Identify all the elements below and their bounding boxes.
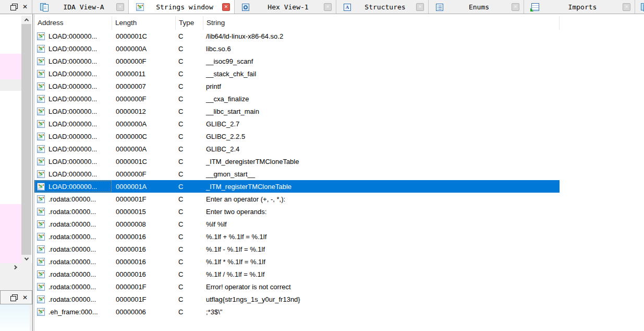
ida-view-a-icon bbox=[40, 3, 48, 11]
type-cell: C bbox=[176, 70, 203, 78]
table-header: Address Length Type String bbox=[34, 16, 644, 30]
table-row[interactable]: .rodata:00000... 00000016 C %.1lf - %.1l… bbox=[34, 243, 560, 255]
string-cell: %.1lf - %.1lf = %.1lf bbox=[203, 245, 560, 253]
table-row[interactable]: LOAD:000000... 0000001C C _ITM_deregiste… bbox=[34, 155, 560, 168]
length-cell: 0000001C bbox=[112, 32, 176, 40]
length-cell: 0000001A bbox=[112, 183, 176, 191]
address-cell: .rodata:00000... bbox=[34, 205, 112, 218]
tab-close-icon[interactable]: ✕ bbox=[623, 3, 630, 11]
table-row[interactable]: LOAD:000000... 0000001A C _ITM_registerT… bbox=[34, 180, 560, 193]
address-cell: LOAD:000000... bbox=[34, 80, 112, 92]
table-row[interactable]: LOAD:000000... 0000000A C GLIBC_2.4 bbox=[34, 143, 560, 155]
address-text: .rodata:00000... bbox=[48, 270, 96, 278]
column-header-type[interactable]: Type bbox=[176, 16, 203, 30]
address-text: .rodata:00000... bbox=[48, 245, 96, 253]
table-row[interactable]: .rodata:00000... 00000008 C %lf %lf bbox=[34, 218, 560, 230]
table-row[interactable]: .eh_frame:000... 00000006 C ;*3$\" bbox=[34, 305, 560, 318]
table-row[interactable]: .rodata:00000... 00000016 C %.1lf / %.1l… bbox=[34, 268, 560, 280]
scroll-up-button[interactable] bbox=[21, 16, 31, 24]
address-cell: .rodata:00000... bbox=[34, 218, 112, 230]
length-cell: 0000000C bbox=[112, 133, 176, 140]
tab-close-icon[interactable]: ✕ bbox=[116, 3, 124, 11]
structures-icon bbox=[344, 4, 351, 11]
address-cell: LOAD:000000... bbox=[34, 168, 112, 180]
table-row[interactable]: LOAD:000000... 00000011 C __stack_chk_fa… bbox=[34, 67, 560, 80]
string-cell: printf bbox=[203, 82, 560, 90]
string-cell: %.1lf / %.1lf = %.1lf bbox=[203, 270, 560, 278]
address-text: LOAD:000000... bbox=[48, 170, 97, 178]
segment-block-pink bbox=[0, 204, 21, 263]
string-cell: %lf %lf bbox=[203, 220, 560, 228]
tab-close-icon[interactable]: ✕ bbox=[416, 3, 424, 11]
tab-close-icon[interactable]: ✕ bbox=[324, 3, 332, 11]
string-item-icon bbox=[37, 208, 45, 216]
table-row[interactable]: .rodata:00000... 00000016 C %.1lf + %.1l… bbox=[34, 230, 560, 243]
table-row[interactable]: LOAD:000000... 00000007 C printf bbox=[34, 80, 560, 92]
type-cell: C bbox=[176, 195, 203, 203]
chevron-down-icon bbox=[24, 256, 28, 260]
string-cell: __cxa_finalize bbox=[203, 95, 560, 103]
vertical-scrollbar-thumb[interactable] bbox=[21, 24, 31, 255]
address-cell: .rodata:00000... bbox=[34, 280, 112, 293]
tab-label: Enums bbox=[446, 3, 512, 11]
strings-window-panel: Address Length Type String LOAD:000000..… bbox=[34, 15, 644, 331]
table-row[interactable]: LOAD:000000... 0000001C C /lib64/ld-linu… bbox=[34, 30, 560, 42]
address-cell: LOAD:000000... bbox=[34, 92, 112, 105]
float-restore-icon[interactable] bbox=[10, 4, 17, 10]
table-row[interactable]: LOAD:000000... 00000012 C __libc_start_m… bbox=[34, 105, 560, 117]
bottom-panel-titlebar: ✕ bbox=[0, 290, 32, 304]
tab-ida-view-a[interactable]: IDA View-A ✕ bbox=[32, 0, 129, 14]
tab-label: IDA View-A bbox=[51, 3, 116, 11]
type-cell: C bbox=[176, 245, 203, 253]
address-text: LOAD:000000... bbox=[48, 32, 97, 40]
tab-partial[interactable] bbox=[635, 0, 644, 14]
address-text: .rodata:00000... bbox=[48, 220, 96, 228]
string-item-icon bbox=[37, 133, 45, 140]
string-item-icon bbox=[37, 258, 45, 266]
address-cell: LOAD:000000... bbox=[34, 55, 112, 67]
tab-enums[interactable]: Enums ✕ bbox=[429, 0, 524, 14]
type-cell: C bbox=[176, 82, 203, 90]
string-cell: GLIBC_2.4 bbox=[203, 145, 560, 153]
hex-view-1-icon bbox=[242, 4, 249, 11]
horizontal-scrollbar[interactable] bbox=[0, 263, 32, 271]
table-row[interactable]: LOAD:000000... 0000000A C GLIBC_2.7 bbox=[34, 117, 560, 130]
length-cell: 0000000F bbox=[112, 57, 176, 65]
tab-structures[interactable]: Structures ✕ bbox=[336, 0, 429, 14]
table-row[interactable]: .rodata:00000... 00000016 C %.1lf * %.1l… bbox=[34, 255, 560, 268]
column-header-address[interactable]: Address bbox=[34, 16, 112, 30]
table-row[interactable]: LOAD:000000... 0000000F C __gmon_start__ bbox=[34, 168, 560, 180]
string-cell: GLIBC_2.2.5 bbox=[203, 133, 560, 140]
table-row[interactable]: .rodata:00000... 00000015 C Enter two op… bbox=[34, 205, 560, 218]
vertical-scrollbar[interactable] bbox=[21, 16, 31, 263]
table-row[interactable]: LOAD:000000... 0000000A C libc.so.6 bbox=[34, 42, 560, 55]
tab-label: Hex View-1 bbox=[252, 3, 324, 11]
length-cell: 00000012 bbox=[112, 108, 176, 115]
table-row[interactable]: LOAD:000000... 0000000C C GLIBC_2.2.5 bbox=[34, 130, 560, 143]
close-icon[interactable]: ✕ bbox=[22, 4, 28, 10]
tab-hex-view-1[interactable]: Hex View-1 ✕ bbox=[235, 0, 336, 14]
address-text: LOAD:000000... bbox=[48, 158, 97, 166]
scroll-down-button[interactable] bbox=[21, 255, 31, 263]
close-icon[interactable]: ✕ bbox=[22, 294, 28, 301]
float-restore-icon[interactable] bbox=[10, 294, 17, 301]
table-row[interactable]: .rodata:00000... 0000001F C Error! opera… bbox=[34, 280, 560, 293]
table-row[interactable]: LOAD:000000... 0000000F C __isoc99_scanf bbox=[34, 55, 560, 67]
table-row[interactable]: .rodata:00000... 0000001F C utflag{str1n… bbox=[34, 293, 560, 305]
tab-close-icon[interactable]: ✕ bbox=[222, 3, 230, 11]
tab-strings-window[interactable]: Strings window ✕ bbox=[129, 0, 235, 14]
tab-imports[interactable]: Imports ✕ bbox=[524, 0, 635, 14]
type-cell: C bbox=[176, 133, 203, 140]
type-cell: C bbox=[176, 120, 203, 128]
table-row[interactable]: .rodata:00000... 0000001F C Enter an ope… bbox=[34, 193, 560, 205]
string-item-icon bbox=[37, 220, 45, 228]
string-item-icon bbox=[37, 108, 45, 115]
table-row[interactable]: LOAD:000000... 0000000F C __cxa_finalize bbox=[34, 92, 560, 105]
address-text: .rodata:00000... bbox=[48, 208, 96, 216]
tab-close-icon[interactable]: ✕ bbox=[512, 3, 519, 11]
scroll-right-button[interactable] bbox=[11, 263, 20, 271]
string-item-icon bbox=[37, 308, 45, 316]
column-header-string[interactable]: String bbox=[203, 16, 560, 30]
column-header-length[interactable]: Length bbox=[112, 16, 176, 30]
string-item-icon bbox=[37, 95, 45, 103]
